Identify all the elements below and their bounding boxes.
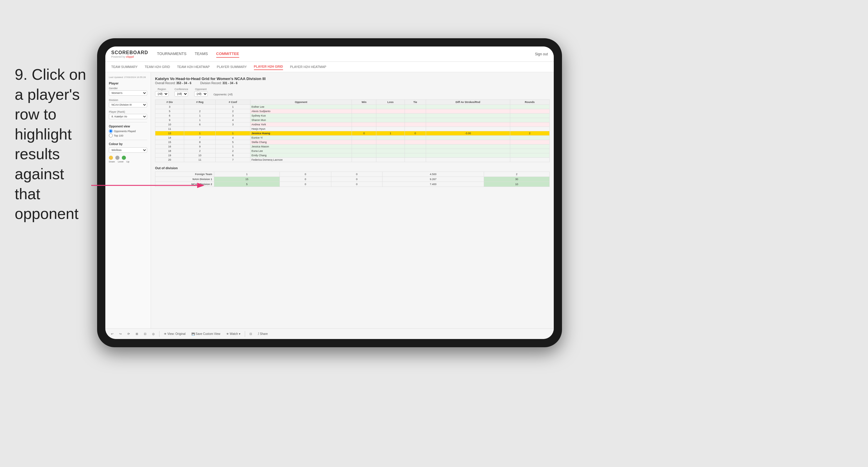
toolbar-view-original[interactable]: 👁 View: Original — [162, 332, 187, 336]
nav-link-committee[interactable]: COMMITTEE — [216, 50, 239, 58]
sidebar-divider-1 — [109, 122, 147, 122]
colour-dot-up — [122, 156, 126, 160]
colour-by-title: Colour by — [109, 143, 147, 146]
colour-label-level: Level — [118, 160, 123, 163]
subnav-team-h2h-heatmap[interactable]: TEAM H2H HEATMAP — [177, 64, 210, 70]
opponent-view-title: Opponent view — [109, 125, 147, 128]
table-row-selected[interactable]: 13 1 1 Jessica Huang 0 1 0 -3.00 2 — [155, 131, 550, 136]
colour-dots — [109, 156, 147, 160]
nav-bar: SCOREBOARD Powered by clippd TOURNAMENTS… — [105, 46, 554, 62]
th-loss: Loss — [376, 100, 405, 105]
filter-region-select[interactable]: (All) — [155, 91, 168, 96]
subnav-team-summary[interactable]: TEAM SUMMARY — [111, 64, 138, 70]
grid-title: Katelyn Vo Head-to-Head Grid for Women's… — [155, 76, 550, 81]
table-row[interactable]: 3 1 Esther Lee — [155, 105, 550, 109]
filter-conference-select[interactable]: (All) — [175, 91, 188, 96]
sidebar-player-rank-field: Player (Rank) 8. Katelyn Vo — [109, 111, 147, 119]
toolbar-save-custom[interactable]: 💾 Save Custom View — [190, 332, 222, 336]
filter-region-label: Region — [155, 88, 168, 91]
sidebar-timestamp: Last Updated: 27/03/2024 16:55:28 — [109, 76, 147, 79]
subnav-player-summary[interactable]: PLAYER SUMMARY — [217, 64, 247, 70]
nav-link-tournaments[interactable]: TOURNAMENTS — [157, 50, 187, 58]
radio-top100[interactable]: Top 100 — [109, 133, 147, 137]
toolbar-share[interactable]: ⤴ Share — [256, 332, 269, 336]
table-row[interactable]: 19 10 6 Emily Chang — [155, 153, 550, 158]
tablet-screen: SCOREBOARD Powered by clippd TOURNAMENTS… — [105, 46, 554, 339]
sidebar: Last Updated: 27/03/2024 16:55:28 Player… — [105, 72, 151, 329]
sidebar-divider-2 — [109, 140, 147, 140]
subnav-team-h2h-grid[interactable]: TEAM H2H GRID — [145, 64, 170, 70]
grid-records: Overall Record: 353 - 34 - 6 Division Re… — [155, 82, 550, 85]
th-win: Win — [352, 100, 376, 105]
th-rounds: Rounds — [510, 100, 549, 105]
sub-nav: TEAM SUMMARY TEAM H2H GRID TEAM H2H HEAT… — [105, 62, 554, 72]
filter-region: Region (All) — [155, 88, 168, 96]
division-row-naia1[interactable]: NAIA Division 1 15 0 0 9.267 30 — [155, 177, 550, 182]
nav-links: TOURNAMENTS TEAMS COMMITTEE — [157, 50, 535, 58]
sidebar-division-field: Division NCAA Division III — [109, 99, 147, 107]
sidebar-gender-select[interactable]: Women's — [109, 90, 147, 96]
subnav-player-h2h-grid[interactable]: PLAYER H2H GRID — [254, 64, 283, 70]
table-row[interactable]: 16 9 1 Jessica Mason — [155, 145, 550, 149]
sidebar-gender-field: Gender Women's — [109, 87, 147, 96]
filters-container: Region (All) Conference (All) Opponent — [155, 88, 550, 96]
division-record: Division Record: 331 - 34 - 6 — [200, 82, 238, 85]
division-row-ncaa2[interactable]: NCAA Division 2 5 0 0 7.400 10 — [155, 182, 550, 187]
toolbar-separator — [159, 331, 159, 337]
logo-area: SCOREBOARD Powered by clippd — [111, 50, 148, 58]
table-row[interactable]: 14 7 4 Eunice Yi — [155, 136, 550, 140]
toolbar-undo[interactable]: ↩ — [110, 332, 115, 336]
table-row[interactable]: 10 6 3 Andrea York — [155, 122, 550, 127]
colour-dot-level — [115, 156, 120, 160]
colour-dot-down — [109, 156, 113, 160]
th-tie: Tie — [405, 100, 426, 105]
toolbar-filter[interactable]: ⊡ — [143, 332, 148, 336]
sign-out-link[interactable]: Sign out — [535, 52, 548, 56]
toolbar-redo[interactable]: ↪ — [118, 332, 123, 336]
table-row[interactable]: 18 2 2 Euna Lee — [155, 149, 550, 153]
colour-label-up: Up — [126, 160, 129, 163]
out-of-division-title: Out of division — [155, 166, 550, 170]
logo-powered: Powered by clippd — [111, 55, 148, 58]
table-row[interactable]: 6 1 3 Sydney Kuo — [155, 114, 550, 118]
main-content: Last Updated: 27/03/2024 16:55:28 Player… — [105, 72, 554, 329]
toolbar-circle[interactable]: ◎ — [151, 332, 156, 336]
th-conf: # Conf — [216, 100, 250, 105]
subnav-player-h2h-heatmap[interactable]: PLAYER H2H HEATMAP — [290, 64, 326, 70]
table-row[interactable]: 9 1 4 Sharon Mun — [155, 118, 550, 122]
bottom-toolbar: ↩ ↪ ⟳ ⊞ ⊡ ◎ 👁 View: Original 💾 Save Cust… — [105, 329, 554, 339]
sidebar-player-rank-label: Player (Rank) — [109, 111, 147, 113]
division-table: Foreign Team 1 0 0 4.500 2 NAIA Division… — [155, 172, 550, 187]
toolbar-grid[interactable]: ⊞ — [134, 332, 140, 336]
toolbar-watch[interactable]: 👁 Watch ▾ — [225, 332, 242, 336]
table-row[interactable]: 15 8 5 Stella Chang — [155, 140, 550, 145]
out-of-division: Out of division Foreign Team 1 0 0 4.500… — [155, 166, 550, 187]
sidebar-division-label: Division — [109, 99, 147, 101]
filter-conference-label: Conference — [175, 88, 188, 91]
radio-opponents-played[interactable]: Opponents Played — [109, 129, 147, 133]
colour-labels: Down Level Up — [109, 160, 147, 163]
nav-link-teams[interactable]: TEAMS — [195, 50, 208, 58]
colour-by-select[interactable]: Win/loss — [109, 148, 147, 153]
table-header-row: # Div # Reg # Conf Opponent Win Loss Tie… — [155, 100, 550, 105]
filter-opponent-select[interactable]: (All) — [194, 91, 208, 96]
table-row[interactable]: 5 2 2 Alexis Sudjianto — [155, 109, 550, 114]
sidebar-gender-label: Gender — [109, 87, 147, 90]
toolbar-export[interactable]: ⊡ — [248, 332, 253, 336]
sidebar-division-select[interactable]: NCAA Division III — [109, 102, 147, 107]
division-row-foreign[interactable]: Foreign Team 1 0 0 4.500 2 — [155, 172, 550, 177]
th-diff: Diff Av Strokes/Rnd — [426, 100, 510, 105]
filter-opponent-label: Opponent — [194, 88, 208, 91]
instruction-text: 9. Click on a player's row to highlight … — [15, 65, 91, 224]
sidebar-player-rank-select[interactable]: 8. Katelyn Vo — [109, 114, 147, 119]
h2h-table: # Div # Reg # Conf Opponent Win Loss Tie… — [155, 99, 550, 162]
th-opponent: Opponent — [250, 100, 352, 105]
logo-scoreboard: SCOREBOARD — [111, 50, 148, 55]
opponents-label: Opponents: (All) — [214, 93, 233, 96]
filter-conference: Conference (All) — [175, 88, 188, 96]
table-row[interactable]: 11 Heejo Hyun — [155, 127, 550, 131]
colour-label-down: Down — [109, 160, 115, 163]
table-row[interactable]: 20 11 7 Federica Domecq Lacroze — [155, 158, 550, 162]
overall-record: Overall Record: 353 - 34 - 6 — [155, 82, 191, 85]
toolbar-refresh[interactable]: ⟳ — [126, 332, 131, 336]
